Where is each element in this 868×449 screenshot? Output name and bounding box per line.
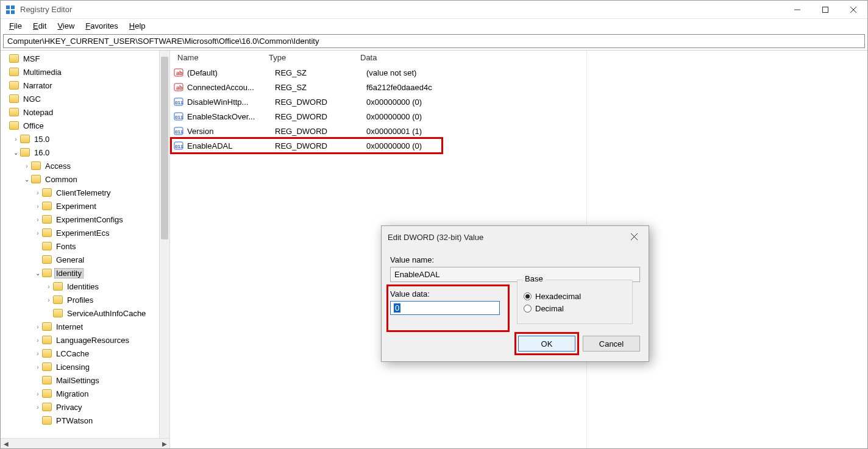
scroll-left-icon[interactable]: ◀ (1, 439, 11, 449)
scroll-right-icon[interactable]: ▶ (159, 439, 169, 449)
svg-rect-1 (11, 5, 15, 9)
value-row[interactable]: 011EnableStackOver...REG_DWORD0x00000000… (170, 109, 867, 124)
tree-item[interactable]: ›ClientTelemetry (1, 186, 169, 199)
tree-item-label: PTWatson (54, 415, 94, 426)
column-header-type[interactable]: Type (265, 51, 357, 65)
window-buttons (783, 1, 867, 19)
tree-item[interactable]: Narrator (1, 79, 169, 92)
menu-file[interactable]: File (4, 20, 27, 32)
folder-icon (42, 269, 52, 277)
chevron-right-icon[interactable]: › (12, 136, 20, 143)
dialog-body: Value name: EnableADAL Value data: 0 Bas… (382, 248, 649, 361)
tree-item[interactable]: ›Privacy (1, 400, 169, 414)
tree-item[interactable]: ›LanguageResources (1, 333, 169, 347)
tree-item[interactable]: Notepad (1, 105, 169, 119)
tree-item[interactable]: ›Access (1, 159, 169, 172)
tree-item[interactable]: ›ExperimentConfigs (1, 213, 169, 226)
tree-item[interactable]: ›15.0 (1, 132, 169, 146)
tree-item-label: Multimedia (21, 67, 63, 77)
tree-item[interactable]: ›Internet (1, 320, 169, 333)
dialog-close-button[interactable] (625, 232, 642, 242)
tree-item[interactable]: NGC (1, 92, 169, 105)
tree-item-label: LanguageResources (54, 335, 131, 345)
tree-item-label: Fonts (54, 241, 78, 252)
tree-item[interactable]: MailSettings (1, 373, 169, 387)
column-header-name[interactable]: Name (174, 51, 265, 65)
cancel-button[interactable]: Cancel (583, 336, 640, 352)
tree-item[interactable]: ›Experiment (1, 199, 169, 213)
svg-text:011: 011 (175, 129, 183, 135)
chevron-right-icon[interactable]: › (34, 230, 42, 236)
tree-item[interactable]: General (1, 253, 169, 266)
menu-help[interactable]: Help (124, 20, 151, 32)
maximize-button[interactable] (811, 1, 839, 19)
chevron-right-icon[interactable]: › (34, 216, 42, 223)
value-type-cell: REG_SZ (275, 68, 366, 77)
chevron-right-icon[interactable]: › (34, 203, 42, 210)
chevron-right-icon[interactable]: › (34, 364, 42, 370)
value-name-label: Value name: (390, 255, 640, 264)
menu-view[interactable]: View (52, 20, 79, 32)
value-data-cell: 0x00000000 (0) (366, 112, 867, 121)
dialog-titlebar[interactable]: Edit DWORD (32-bit) Value (382, 226, 649, 248)
menu-edit[interactable]: Edit (28, 20, 51, 32)
tree-item[interactable]: ›Identities (1, 280, 169, 293)
registry-tree[interactable]: MSFMultimediaNarratorNGCNotepadOffice›15… (1, 51, 169, 438)
chevron-right-icon[interactable]: › (34, 391, 42, 397)
menu-favorites[interactable]: Favorites (80, 20, 123, 32)
svg-rect-5 (823, 7, 828, 12)
value-data-group: Value data: 0 (390, 288, 506, 315)
address-bar[interactable]: Computer\HKEY_CURRENT_USER\SOFTWARE\Micr… (3, 34, 865, 48)
tree-item[interactable]: ›Profiles (1, 293, 169, 306)
chevron-down-icon[interactable]: ⌄ (23, 176, 31, 183)
close-button[interactable] (839, 1, 867, 19)
tree-item-label: General (54, 255, 86, 265)
value-row[interactable]: 011DisableWinHttp...REG_DWORD0x00000000 … (170, 94, 867, 109)
minimize-button[interactable] (783, 1, 811, 19)
value-row[interactable]: 011EnableADALREG_DWORD0x00000000 (0) (170, 138, 867, 153)
value-row[interactable]: 011VersionREG_DWORD0x00000001 (1) (170, 124, 867, 138)
svg-rect-0 (6, 5, 10, 9)
chevron-down-icon[interactable]: ⌄ (12, 149, 20, 156)
tree-item[interactable]: Fonts (1, 239, 169, 253)
chevron-right-icon[interactable]: › (34, 350, 42, 357)
chevron-down-icon[interactable]: ⌄ (34, 270, 42, 277)
tree-scrollbar-horizontal[interactable]: ◀ ▶ (1, 438, 169, 448)
folder-icon (42, 403, 52, 411)
tree-item[interactable]: ›LCCache (1, 347, 169, 360)
tree-item[interactable]: PTWatson (1, 414, 169, 427)
tree-item[interactable]: MSF (1, 52, 169, 65)
tree-item[interactable]: Multimedia (1, 65, 169, 79)
radio-hexadecimal[interactable]: Hexadecimal (524, 292, 626, 301)
column-header-data[interactable]: Data (357, 51, 867, 65)
tree-item-label: NGC (21, 94, 43, 104)
chevron-right-icon[interactable]: › (34, 404, 42, 411)
tree-item[interactable]: ⌄16.0 (1, 146, 169, 159)
chevron-right-icon[interactable]: › (44, 283, 53, 290)
chevron-right-icon[interactable]: › (34, 323, 42, 330)
tree-item[interactable]: ServiceAuthInfoCache (1, 306, 169, 320)
value-row[interactable]: abConnectedAccou...REG_SZf6a212fe0daaed4… (170, 80, 867, 94)
value-name-cell: (Default) (187, 68, 275, 77)
chevron-right-icon[interactable]: › (34, 337, 42, 344)
tree-item[interactable]: ›Licensing (1, 360, 169, 373)
tree-item[interactable]: ⌄Common (1, 172, 169, 186)
tree-item[interactable]: ›ExperimentEcs (1, 226, 169, 239)
folder-icon (42, 389, 52, 398)
value-name-cell: EnableADAL (187, 141, 275, 150)
chevron-right-icon[interactable]: › (34, 189, 42, 196)
tree-item[interactable]: Office (1, 119, 169, 132)
menubar: File Edit View Favorites Help (1, 19, 867, 32)
value-data-field[interactable]: 0 (390, 301, 500, 315)
tree-item[interactable]: ›Migration (1, 387, 169, 400)
ok-button[interactable]: OK (518, 336, 575, 352)
folder-icon (42, 362, 52, 371)
tree-item[interactable]: ⌄Identity (1, 266, 169, 280)
scrollbar-thumb[interactable] (161, 57, 168, 239)
radio-decimal[interactable]: Decimal (524, 304, 626, 313)
value-row[interactable]: ab(Default)REG_SZ(value not set) (170, 65, 867, 80)
folder-icon (9, 54, 19, 63)
chevron-right-icon[interactable]: › (23, 163, 31, 169)
tree-scrollbar-vertical[interactable] (159, 51, 169, 438)
chevron-right-icon[interactable]: › (44, 297, 53, 303)
